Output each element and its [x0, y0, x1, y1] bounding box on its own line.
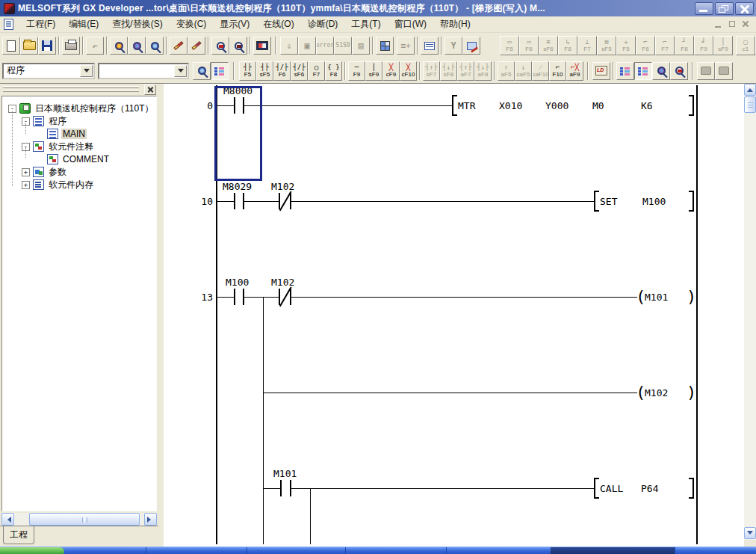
rise-op-button[interactable]: ↑aF5: [498, 61, 515, 81]
ladder-editor[interactable]: 0 M8000 MTR X010 Y000 M0 K6 10 M8029 M10…: [164, 84, 744, 547]
hline-delete-button[interactable]: ╳cF9: [382, 61, 400, 81]
mdi-minimize-button[interactable]: [713, 19, 725, 29]
fbtn-wire-F5[interactable]: +F5: [616, 36, 636, 55]
fbtn-wire-F7[interactable]: ⌐F7: [655, 36, 675, 55]
mdi-restore-button[interactable]: [726, 19, 738, 29]
menu-online[interactable]: 在线(O): [256, 16, 300, 32]
scroll-thumb[interactable]: [29, 513, 140, 526]
scroll-track[interactable]: [14, 513, 144, 526]
program-combo[interactable]: 程序: [2, 63, 95, 79]
line-erase-button[interactable]: ⌐╳aF9: [566, 61, 583, 81]
save-project-button[interactable]: [38, 37, 56, 55]
find-combo-dropdown[interactable]: [174, 65, 187, 77]
close-button[interactable]: [735, 2, 754, 15]
panel-grip-handle[interactable]: [3, 86, 139, 93]
remote-a-button[interactable]: [697, 62, 715, 80]
alias-display-button[interactable]: Y: [444, 37, 462, 55]
vline-button[interactable]: │sF9: [365, 61, 382, 81]
comment-display-button[interactable]: [421, 37, 439, 55]
minimize-button[interactable]: [695, 2, 713, 15]
menu-edit[interactable]: 编辑(E): [62, 16, 105, 32]
pulse-fall-parallel-button[interactable]: ┤↓├aF8: [474, 61, 492, 81]
undo-button[interactable]: ↶: [86, 37, 104, 55]
tree-edit-button[interactable]: [634, 62, 652, 80]
monitor-mode-button[interactable]: [253, 37, 271, 55]
instruction-list-button[interactable]: [592, 62, 610, 80]
menu-help[interactable]: 帮助(H): [433, 16, 477, 32]
menu-view[interactable]: 显示(V): [213, 16, 256, 32]
fbtn-rail-F6[interactable]: ▭F6: [519, 36, 539, 55]
pulse-fall-button[interactable]: ┤↓├sF8: [440, 61, 457, 81]
program-common-button[interactable]: [376, 37, 394, 55]
expand-icon[interactable]: +: [22, 181, 30, 189]
device-batch-monitor-button[interactable]: [229, 37, 247, 55]
tree-horizontal-scrollbar[interactable]: [1, 513, 157, 526]
expand-icon[interactable]: +: [22, 168, 30, 176]
scroll-down-button[interactable]: [744, 527, 756, 539]
plc-write-button[interactable]: ⇓: [280, 37, 298, 55]
invert-op-button[interactable]: ⁄caF10: [532, 61, 549, 81]
fbtn-wire-F8[interactable]: ┘F8: [675, 36, 694, 55]
project-tab[interactable]: 工程: [3, 526, 34, 544]
zoom-edit-button[interactable]: [670, 62, 688, 80]
scroll-left-button[interactable]: [1, 513, 14, 526]
find-combo[interactable]: [98, 63, 189, 79]
active-task-button[interactable]: [551, 547, 675, 554]
open-project-button[interactable]: [20, 37, 38, 55]
zoom-find-button[interactable]: [652, 62, 670, 80]
tree-item-root[interactable]: - 日本顺送机控制程序（110T）: [2, 102, 156, 114]
macro-tree-button[interactable]: [616, 62, 634, 80]
contact-closed-parallel-button[interactable]: ┤/├sF6: [291, 61, 308, 81]
fbtn-rail-sF6[interactable]: ≡sF6: [539, 36, 558, 55]
program-combo-dropdown[interactable]: [80, 65, 93, 77]
menu-convert[interactable]: 变换(C): [170, 16, 214, 32]
panel-close-button[interactable]: [144, 84, 156, 95]
scroll-right-button[interactable]: [144, 513, 157, 526]
pulse-rise-button[interactable]: ┤↑├sF7: [423, 61, 440, 81]
menu-window[interactable]: 窗口(W): [388, 16, 433, 32]
remote-b-button[interactable]: [715, 62, 733, 80]
fbtn-rail-F5[interactable]: ▭F5: [500, 36, 519, 55]
new-project-button[interactable]: [2, 37, 20, 55]
partial-run-button[interactable]: ▤: [352, 37, 370, 55]
contact-open-parallel-button[interactable]: ┤├sF5: [256, 61, 273, 81]
ladder-vertical-scrollbar[interactable]: [744, 84, 756, 540]
write-mode-button[interactable]: [170, 37, 188, 55]
mdi-close-button[interactable]: [740, 19, 752, 29]
contact-open-button[interactable]: ┤├F5: [239, 61, 256, 81]
device-find-button[interactable]: [193, 62, 211, 80]
pulse-rise-parallel-button[interactable]: ┤↑├aF7: [457, 61, 474, 81]
fbtn-rail-sF5[interactable]: ⊠sF5: [597, 36, 616, 55]
menu-find-replace[interactable]: 查找/替换(S): [105, 16, 169, 32]
find-string-button[interactable]: [146, 37, 164, 55]
find-device-button[interactable]: [110, 37, 128, 55]
fbtn-wire-F9[interactable]: ╛F9: [694, 36, 713, 55]
fbtn-wire-sF9[interactable]: │sF9: [713, 36, 733, 55]
scroll-up-button[interactable]: [744, 84, 756, 96]
error-check-button[interactable]: error: [316, 37, 334, 55]
tree-item-parameter[interactable]: + 参数: [2, 166, 156, 178]
coil-button[interactable]: ○F7: [308, 61, 325, 81]
menu-project[interactable]: 工程(F): [19, 16, 62, 32]
entry-monitor-button[interactable]: [462, 37, 480, 55]
insert-mode-button[interactable]: [188, 37, 205, 55]
plc-verify-button[interactable]: ▣: [298, 37, 316, 55]
device-test-button[interactable]: [211, 37, 229, 55]
restore-button[interactable]: [715, 2, 734, 15]
tree-item-device-memory[interactable]: + 软元件内存: [2, 179, 156, 191]
vline-delete-button[interactable]: ╳cF10: [400, 61, 417, 81]
mdi-child-icon[interactable]: [4, 19, 13, 30]
fbtn-rail-F8[interactable]: ↳F8: [558, 36, 577, 55]
print-button[interactable]: [62, 37, 80, 55]
project-tree-toggle-button[interactable]: [211, 62, 229, 80]
menu-diagnostics[interactable]: 诊断(D): [301, 16, 345, 32]
fbtn-wire-F6[interactable]: ⌐F6: [636, 36, 655, 55]
fall-op-button[interactable]: ↓caF5: [515, 61, 532, 81]
menu-tools[interactable]: 工具(T): [344, 16, 387, 32]
scroll-thumb[interactable]: [744, 96, 756, 113]
step-run-button[interactable]: S1S9: [334, 37, 352, 55]
fbtn-rail-F7[interactable]: ⊥F7: [577, 36, 597, 55]
hline-button[interactable]: ─F9: [348, 61, 365, 81]
fbtn-c1[interactable]: ▢c1: [736, 36, 755, 55]
contact-closed-button[interactable]: ┤/├F6: [273, 61, 291, 81]
